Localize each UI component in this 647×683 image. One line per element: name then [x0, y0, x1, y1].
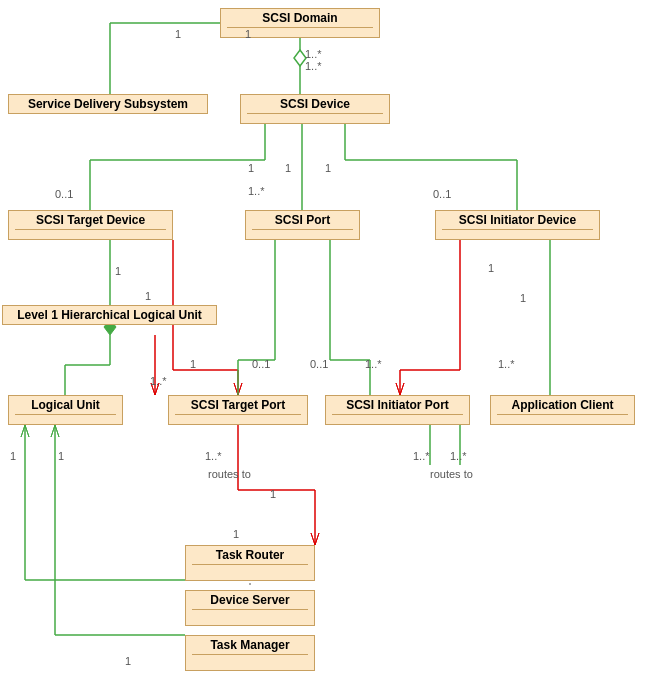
- mult-1-ac-bot: 1: [520, 292, 526, 304]
- task-manager-box: Task Manager: [185, 635, 315, 671]
- mult-1star-domain-bot: 1..*: [305, 60, 322, 72]
- mult-0-1-target: 0..1: [55, 188, 73, 200]
- svg-marker-49: [51, 425, 59, 437]
- mult-1star-tport: 1..*: [205, 450, 222, 462]
- mult-0-1-initiator: 0..1: [433, 188, 451, 200]
- mult-1-hlu-bot: 1: [145, 290, 151, 302]
- mult-1-lu-tport: 1: [190, 358, 196, 370]
- mult-1-port-left: 1: [248, 162, 254, 174]
- scsi-target-port-box: SCSI Target Port: [168, 395, 308, 425]
- diagram-container: SCSI Domain Service Delivery Subsystem S…: [0, 0, 647, 683]
- mult-1-lu-left: 1: [10, 450, 16, 462]
- routes-to-iport: routes to: [430, 468, 473, 480]
- scsi-device-box: SCSI Device: [240, 94, 390, 124]
- svg-marker-40: [396, 383, 404, 395]
- mult-1star-iport2: 1..*: [413, 450, 430, 462]
- logical-unit-box: Logical Unit: [8, 395, 123, 425]
- level1-hlu-box: Level 1 Hierarchical Logical Unit: [2, 305, 217, 325]
- mult-1-taskmanager: 1: [125, 655, 131, 667]
- mult-1-domain-right: 1: [245, 28, 251, 40]
- mult-1-lu-right: 1: [58, 450, 64, 462]
- routes-to-tport: routes to: [208, 468, 251, 480]
- scsi-initiator-port-box: SCSI Initiator Port: [325, 395, 470, 425]
- mult-1star-domain-top: 1..*: [305, 48, 322, 60]
- mult-1star-ac2: 1..*: [450, 450, 467, 462]
- mult-1-taskrouter2: 1: [233, 528, 239, 540]
- svg-marker-22: [234, 383, 242, 395]
- service-delivery-box: Service Delivery Subsystem: [8, 94, 208, 114]
- svg-marker-53: [311, 533, 319, 545]
- mult-1star-ac: 1..*: [498, 358, 515, 370]
- scsi-domain-box: SCSI Domain: [220, 8, 380, 38]
- application-client-box: Application Client: [490, 395, 635, 425]
- scsi-port-box: SCSI Port: [245, 210, 360, 240]
- mult-1star-iport: 1..*: [365, 358, 382, 370]
- scsi-target-device-box: SCSI Target Device: [8, 210, 173, 240]
- scsi-initiator-device-box: SCSI Initiator Device: [435, 210, 600, 240]
- mult-1-port-right: 1: [325, 162, 331, 174]
- mult-0-1-port-iport: 0..1: [310, 358, 328, 370]
- mult-1-hlu-top: 1: [115, 265, 121, 277]
- mult-1-taskrouter: 1: [270, 488, 276, 500]
- mult-0-1-port-tport: 0..1: [252, 358, 270, 370]
- mult-1-initiator-ac: 1: [488, 262, 494, 274]
- device-server-box: Device Server: [185, 590, 315, 626]
- task-router-box: Task Router: [185, 545, 315, 581]
- mult-1-domain-left: 1: [175, 28, 181, 40]
- mult-1-port-mid: 1: [285, 162, 291, 174]
- mult-1star-port: 1..*: [248, 185, 265, 197]
- svg-marker-46: [21, 425, 29, 437]
- mult-1star-lu: 1..*: [150, 375, 167, 387]
